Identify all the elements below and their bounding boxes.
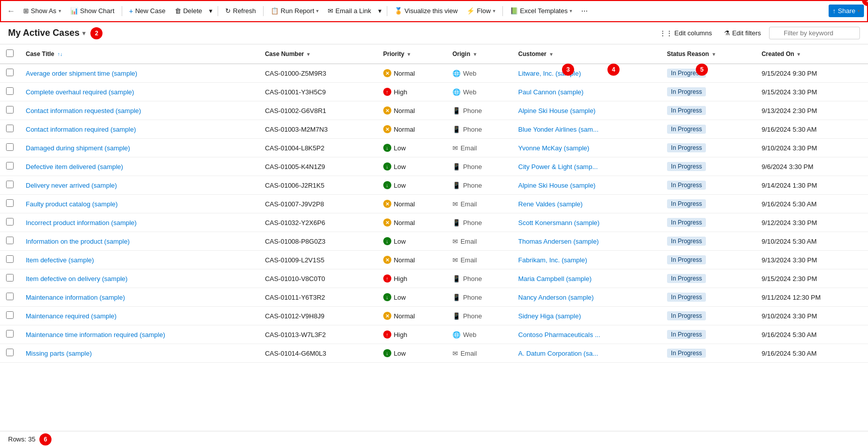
customer-link-10[interactable]: Fabrikam, Inc. (sample) (518, 256, 587, 264)
row-checkbox-5[interactable] (6, 162, 14, 170)
share-button[interactable]: ↑ Share ▾ (829, 5, 864, 17)
row-checkbox-6[interactable] (6, 181, 14, 188)
customer-link-15[interactable]: A. Datum Corporation (sa... (518, 350, 598, 357)
case-title-link-5[interactable]: Defective item delivered (sample) (26, 163, 123, 171)
row-checkbox-3[interactable] (6, 125, 14, 132)
col-created-on[interactable]: Created On ▾ (755, 44, 868, 64)
row-case-title: Incorrect product information (sample) (20, 213, 259, 232)
case-title-link-13[interactable]: Maintenance required (sample) (26, 312, 117, 320)
show-chart-button[interactable]: 📊 Show Chart (66, 5, 119, 17)
divider-1 (122, 6, 122, 16)
customer-link-12[interactable]: Nancy Anderson (sample) (518, 294, 594, 301)
case-title-link-14[interactable]: Maintenance time information required (s… (26, 331, 165, 339)
customer-link-14[interactable]: Contoso Pharmaceuticals ... (518, 331, 600, 339)
edit-filters-button[interactable]: ⚗ Edit filters (720, 27, 765, 39)
row-checkbox-15[interactable] (6, 349, 14, 356)
priority-badge-0: ✕ Normal (383, 69, 415, 77)
row-checkbox-2[interactable] (6, 106, 14, 114)
origin-icon-4: ✉ (452, 144, 458, 152)
excel-templates-button[interactable]: 📗 Excel Templates ▾ (506, 5, 576, 17)
origin-cell-2: 📱 Phone (452, 107, 482, 115)
row-case-title: Contact information required (sample) (20, 120, 259, 139)
case-title-link-3[interactable]: Contact information required (sample) (26, 126, 136, 133)
priority-label-8: Normal (394, 219, 415, 227)
case-title-link-10[interactable]: Item defective (sample) (26, 256, 94, 264)
table-row: Maintenance time information required (s… (0, 325, 868, 344)
col-status-reason[interactable]: Status Reason ▾ (661, 44, 755, 64)
col-origin[interactable]: Origin ▾ (446, 44, 512, 64)
customer-link-1[interactable]: Paul Cannon (sample) (518, 88, 583, 96)
case-title-link-4[interactable]: Damaged during shipment (sample) (26, 144, 130, 152)
customer-link-9[interactable]: Thomas Andersen (sample) (518, 238, 599, 245)
delete-caret-button[interactable]: ▾ (207, 5, 215, 17)
more-button[interactable]: ⋯ (577, 5, 592, 17)
col-priority[interactable]: Priority ▾ (377, 44, 446, 64)
customer-link-8[interactable]: Scott Konersmann (sample) (518, 219, 599, 227)
view-title-caret[interactable]: ▾ (82, 30, 85, 37)
row-case-title: Maintenance information (sample) (20, 288, 259, 307)
col-case-number[interactable]: Case Number ▾ (259, 44, 377, 64)
customer-link-6[interactable]: Alpine Ski House (sample) (518, 182, 595, 189)
row-checkbox-14[interactable] (6, 330, 14, 338)
row-checkbox-9[interactable] (6, 237, 14, 244)
table-row: Damaged during shipment (sample) CAS-010… (0, 139, 868, 157)
new-case-button[interactable]: + New Case (125, 5, 170, 18)
case-title-link-0[interactable]: Average order shipment time (sample) (26, 70, 137, 77)
row-customer: Alpine Ski House (sample) (512, 176, 661, 195)
row-priority: ✕ Normal (377, 120, 446, 139)
col-customer[interactable]: Customer ▾ (512, 44, 661, 64)
row-checkbox-13[interactable] (6, 311, 14, 319)
customer-link-0[interactable]: Litware, Inc. (sample) (518, 70, 581, 77)
customer-link-5[interactable]: City Power & Light (samp... (518, 163, 598, 171)
table-row: Average order shipment time (sample) CAS… (0, 64, 868, 83)
refresh-button[interactable]: ↻ Refresh (221, 5, 260, 17)
show-chart-label: Show Chart (80, 7, 115, 15)
row-checkbox-10[interactable] (6, 255, 14, 263)
case-title-link-2[interactable]: Contact information requested (sample) (26, 107, 141, 115)
row-checkbox-0[interactable] (6, 69, 14, 76)
customer-link-4[interactable]: Yvonne McKay (sample) (518, 144, 589, 152)
show-as-button[interactable]: ⊞ Show As ▾ (19, 5, 65, 17)
customer-link-13[interactable]: Sidney Higa (sample) (518, 312, 581, 320)
case-title-link-1[interactable]: Complete overhaul required (sample) (26, 88, 134, 96)
row-checkbox-cell (0, 176, 20, 195)
origin-icon-5: 📱 (452, 163, 461, 171)
flow-button[interactable]: ⚡ Flow ▾ (463, 5, 499, 17)
customer-link-2[interactable]: Alpine Ski House (sample) (518, 107, 595, 115)
case-title-link-7[interactable]: Faulty product catalog (sample) (26, 200, 118, 208)
status-badge-1: In Progress (667, 87, 706, 96)
select-all-checkbox[interactable] (6, 49, 14, 57)
priority-label-10: Normal (394, 256, 415, 264)
row-checkbox-7[interactable] (6, 199, 14, 207)
priority-icon-2: ✕ (383, 106, 391, 115)
priority-badge-14: ↑ High (383, 330, 407, 339)
email-link-caret-button[interactable]: ▾ (376, 5, 384, 17)
row-customer: Yvonne McKay (sample) (512, 139, 661, 157)
case-title-link-9[interactable]: Information on the product (sample) (26, 238, 130, 245)
customer-link-3[interactable]: Blue Yonder Airlines (sam... (518, 126, 598, 133)
customer-link-7[interactable]: Rene Valdes (sample) (518, 200, 583, 208)
row-checkbox-11[interactable] (6, 274, 14, 282)
priority-icon-15: ↓ (383, 349, 391, 357)
email-link-button[interactable]: ✉ Email a Link (324, 5, 375, 17)
select-all-header[interactable] (0, 44, 20, 64)
row-origin: 📱 Phone (446, 288, 512, 307)
run-report-button[interactable]: 📋 Run Report ▾ (267, 5, 323, 17)
case-title-link-8[interactable]: Incorrect product information (sample) (26, 219, 137, 227)
customer-link-11[interactable]: Maria Campbell (sample) (518, 275, 591, 283)
case-title-link-11[interactable]: Item defective on delivery (sample) (26, 275, 128, 283)
filter-input[interactable] (769, 27, 860, 39)
col-case-title[interactable]: Case Title ↑↓ (20, 44, 259, 64)
back-button[interactable]: ← (4, 4, 18, 18)
visualize-button[interactable]: 🏅 Visualize this view (390, 5, 462, 17)
row-checkbox-4[interactable] (6, 143, 14, 151)
row-checkbox-1[interactable] (6, 87, 14, 95)
case-title-link-12[interactable]: Maintenance information (sample) (26, 294, 125, 301)
edit-columns-button[interactable]: ⋮⋮ Edit columns (655, 27, 716, 39)
delete-button[interactable]: 🗑 Delete (171, 5, 207, 17)
case-title-link-15[interactable]: Missing parts (sample) (26, 350, 92, 357)
row-checkbox-8[interactable] (6, 218, 14, 226)
case-title-link-6[interactable]: Delivery never arrived (sample) (26, 182, 117, 189)
row-checkbox-12[interactable] (6, 293, 14, 300)
origin-cell-0: 🌐 Web (452, 70, 477, 77)
